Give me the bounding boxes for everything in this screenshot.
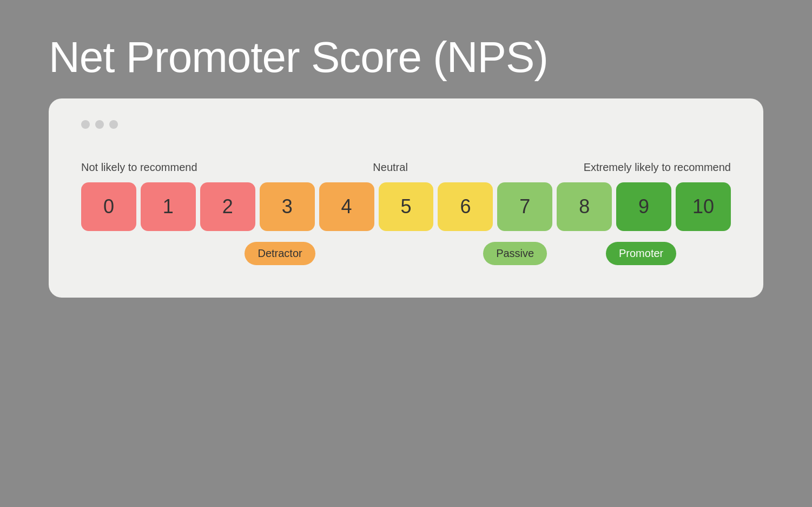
badge-slot-promoter: Promoter xyxy=(606,242,676,265)
window-dots xyxy=(81,120,731,129)
badge-slot-1 xyxy=(136,242,186,265)
score-1[interactable]: 1 xyxy=(141,182,196,231)
label-not-likely: Not likely to recommend xyxy=(81,161,197,174)
badge-slot-8 xyxy=(551,242,602,265)
badge-detractor: Detractor xyxy=(245,242,315,265)
badge-slot-2 xyxy=(190,242,241,265)
dot-1 xyxy=(81,120,90,129)
badge-slot-detractor: Detractor xyxy=(245,242,315,265)
badge-slot-0 xyxy=(81,242,131,265)
dot-3 xyxy=(109,120,118,129)
dot-2 xyxy=(95,120,104,129)
page-title: Net Promoter Score (NPS) xyxy=(0,0,548,98)
score-0[interactable]: 0 xyxy=(81,182,136,231)
score-7[interactable]: 7 xyxy=(497,182,552,231)
score-8[interactable]: 8 xyxy=(557,182,612,231)
label-neutral: Neutral xyxy=(373,161,407,174)
badge-slot-4 xyxy=(320,242,370,265)
badge-slot-6 xyxy=(428,242,479,265)
score-2[interactable]: 2 xyxy=(200,182,255,231)
score-3[interactable]: 3 xyxy=(260,182,315,231)
label-extremely-likely: Extremely likely to recommend xyxy=(584,161,731,174)
badge-slot-5 xyxy=(374,242,425,265)
badge-passive: Passive xyxy=(483,242,547,265)
badge-slot-passive: Passive xyxy=(483,242,547,265)
score-10[interactable]: 10 xyxy=(676,182,731,231)
badges-row: Detractor Passive Promoter xyxy=(81,242,731,265)
score-6[interactable]: 6 xyxy=(438,182,493,231)
badge-promoter: Promoter xyxy=(606,242,676,265)
labels-row: Not likely to recommend Neutral Extremel… xyxy=(81,161,731,174)
score-row: 0 1 2 3 4 5 6 7 8 9 10 xyxy=(81,182,731,231)
score-4[interactable]: 4 xyxy=(319,182,374,231)
score-5[interactable]: 5 xyxy=(379,182,434,231)
badge-slot-10 xyxy=(681,242,731,265)
score-9[interactable]: 9 xyxy=(616,182,671,231)
nps-card: Not likely to recommend Neutral Extremel… xyxy=(49,98,763,298)
